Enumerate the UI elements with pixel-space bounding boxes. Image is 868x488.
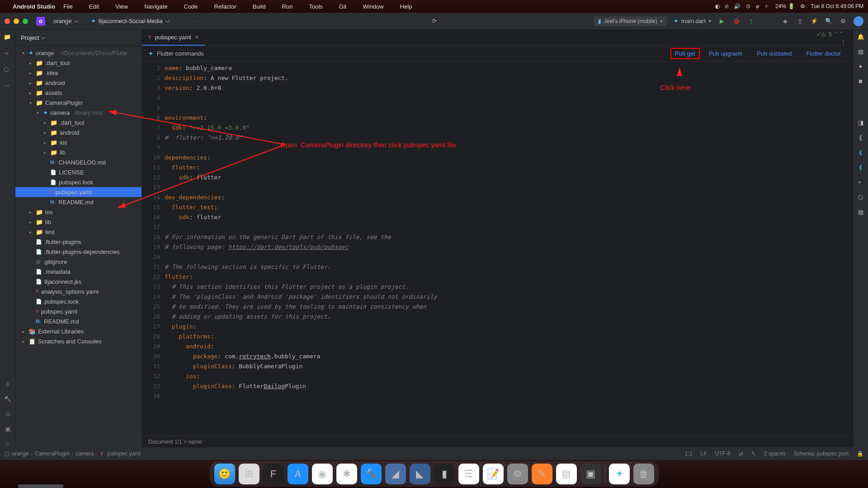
volume-icon[interactable]: 🔊 xyxy=(734,3,741,9)
editor-breadcrumb[interactable]: Document 1/1 > name: xyxy=(142,436,853,447)
menu-code[interactable]: Code xyxy=(184,3,198,10)
dock-app[interactable]: ▤ xyxy=(556,464,577,484)
menu-build[interactable]: Build xyxy=(253,3,266,10)
tree-item[interactable]: ▸📁ios xyxy=(15,207,142,217)
menu-run[interactable]: Run xyxy=(282,3,293,10)
pub-upgrade-link[interactable]: Pub upgrade xyxy=(703,50,748,57)
project-panel-header[interactable]: Project xyxy=(15,30,142,46)
minimize-window[interactable] xyxy=(14,19,19,24)
tree-item[interactable]: ⊘.gitignore xyxy=(15,257,142,267)
run-config-selector[interactable]: ✦9jaconnect-Social-Media xyxy=(87,17,174,25)
build-icon[interactable]: 🔨 xyxy=(4,396,11,403)
pub-outdated-link[interactable]: Pub outdated xyxy=(751,50,797,57)
indent-icon[interactable]: ✎ xyxy=(751,450,756,457)
dock-flutter[interactable]: ✦ xyxy=(609,464,630,484)
schema[interactable]: Schema: pubspec.json xyxy=(794,450,849,457)
ai-icon[interactable]: ✦ xyxy=(858,63,863,70)
tree-item[interactable]: ▾📁CameraPlugin xyxy=(15,98,142,108)
dock-figma[interactable]: F xyxy=(263,464,284,484)
indent[interactable]: 2 spaces xyxy=(764,450,786,457)
dock-settings[interactable]: ⚙ xyxy=(507,464,528,484)
datetime[interactable]: Tue 8 Oct 6:49:06 PM xyxy=(811,3,863,9)
tool-icon[interactable]: ✖ xyxy=(858,78,863,85)
bookmark-icon[interactable]: ◊ xyxy=(6,381,9,388)
search-icon[interactable]: 🔍 xyxy=(825,17,833,25)
tree-item[interactable]: ▸📁test xyxy=(15,227,142,237)
tree-item[interactable]: 📄LICENSE xyxy=(15,167,142,177)
tree-item[interactable]: ▸📁.idea xyxy=(15,68,142,78)
tree-item[interactable]: Ypubspec.yaml xyxy=(15,306,142,316)
menu-file[interactable]: File xyxy=(63,3,73,10)
menu-help[interactable]: Help xyxy=(400,3,412,10)
dock-trash[interactable]: 🗑 xyxy=(633,464,654,484)
tree-item[interactable]: 📄pubspec.lock xyxy=(15,296,142,306)
breadcrumb-segment[interactable]: camera xyxy=(75,450,94,457)
tool-icon[interactable]: ▤ xyxy=(858,209,863,216)
dock-app[interactable]: ◣ xyxy=(410,464,430,484)
breadcrumb-segment[interactable]: CameraPlugin xyxy=(35,450,69,457)
chevron-down-icon[interactable]: ˅ xyxy=(840,31,843,38)
main-config[interactable]: ✦main.dart▾ xyxy=(674,18,712,24)
menu-refactor[interactable]: Refactor xyxy=(214,3,236,10)
nav-back[interactable]: ← xyxy=(182,18,188,24)
dock-chrome[interactable]: ◉ xyxy=(312,464,333,484)
project-selector[interactable]: orange xyxy=(50,17,83,25)
tree-item[interactable]: ▸📁lib xyxy=(15,147,142,157)
tree-item[interactable]: Yanalysis_options.yaml xyxy=(15,286,142,296)
readonly-icon[interactable]: ⇄ xyxy=(739,450,743,457)
battery[interactable]: 24% 🔋 xyxy=(775,3,795,9)
menu-git[interactable]: Git xyxy=(339,3,347,10)
more-run[interactable]: ⋮ xyxy=(747,17,755,25)
play-icon[interactable]: ⊙ xyxy=(746,3,750,9)
sync-indicator[interactable]: ⟳ xyxy=(432,18,437,24)
project-tool-icon[interactable]: 📁 xyxy=(4,33,12,42)
terminal-icon[interactable]: ▣ xyxy=(5,426,10,432)
dock-finder[interactable]: 🙂 xyxy=(214,464,235,484)
control-center-icon[interactable]: ⚙ xyxy=(800,3,805,9)
chevron-up-icon[interactable]: ˄ xyxy=(835,31,837,38)
breadcrumb-segment[interactable]: orange xyxy=(12,450,28,457)
dock-launchpad[interactable]: ⊞ xyxy=(239,464,259,484)
breadcrumb-segment[interactable]: pubspec.yaml xyxy=(107,450,141,457)
menu-tools[interactable]: Tools xyxy=(309,3,323,10)
gradle-icon[interactable]: ▤ xyxy=(858,48,863,55)
tree-item[interactable]: 📄.flutter-plugins-dependencies xyxy=(15,247,142,257)
tree-item[interactable]: ▸📁assets xyxy=(15,88,142,98)
status-icon[interactable]: ⎚ xyxy=(725,3,728,9)
tool-icon[interactable]: ⬡ xyxy=(858,194,863,201)
tree-item[interactable]: ▸📁lib xyxy=(15,217,142,227)
flash-icon[interactable]: ⚡ xyxy=(810,17,818,25)
flutter-doctor-link[interactable]: Flutter doctor xyxy=(801,50,846,57)
settings-icon[interactable]: ⚙ xyxy=(839,17,847,25)
status-icon[interactable]: ⌀ xyxy=(756,3,759,9)
tree-item[interactable]: ▸📁.dart_tool xyxy=(15,117,142,127)
breadcrumb[interactable]: ▢orange›CameraPlugin›camera›Ypubspec.yam… xyxy=(5,450,141,457)
dock-terminal[interactable]: ▮ xyxy=(434,464,455,484)
tool-icon[interactable]: ◨ xyxy=(858,119,863,126)
problems-icon[interactable]: ⊙ xyxy=(5,411,10,418)
tree-item[interactable]: 📄.metadata xyxy=(15,267,142,277)
tool-icon[interactable]: ⟪ xyxy=(859,134,862,141)
device-selector[interactable]: ▮Jeel's iPhone (mobile)▾ xyxy=(594,16,667,26)
notifications-icon[interactable]: 🔔 xyxy=(857,33,864,40)
dock-notes[interactable]: 📝 xyxy=(483,464,504,484)
lock-icon[interactable]: 🔒 xyxy=(857,450,863,457)
code-editor[interactable]: 1234567891011121314151617181920212223242… xyxy=(142,61,853,436)
menu-window[interactable]: Window xyxy=(363,3,383,10)
more-tool-icon[interactable]: ⋯ xyxy=(4,82,12,90)
dock-app[interactable]: ◢ xyxy=(385,464,406,484)
tree-item[interactable]: 📄pubspec.lock xyxy=(15,177,142,187)
dock-xcode[interactable]: 🔨 xyxy=(361,464,382,484)
nav-forward[interactable]: → xyxy=(191,18,197,24)
dock-app[interactable]: ▣ xyxy=(580,464,601,484)
tree-item[interactable]: Ypubspec.yaml xyxy=(15,187,142,197)
tree-item[interactable]: ▸📋Scratches and Consoles xyxy=(15,336,142,346)
wifi-icon[interactable]: ᯤ xyxy=(764,3,770,9)
app-name[interactable]: Android Studio xyxy=(13,3,55,10)
tree-item[interactable]: ▾✦orange~/Documents/Dhruv/Flutte xyxy=(15,48,142,58)
dock-slack[interactable]: ✱ xyxy=(336,464,357,484)
line-sep[interactable]: LF xyxy=(701,450,707,457)
tree-item[interactable]: ▸📁android xyxy=(15,127,142,137)
structure-tool-icon[interactable]: ⬡ xyxy=(4,66,12,74)
dock-reminders[interactable]: ☰ xyxy=(458,464,479,484)
